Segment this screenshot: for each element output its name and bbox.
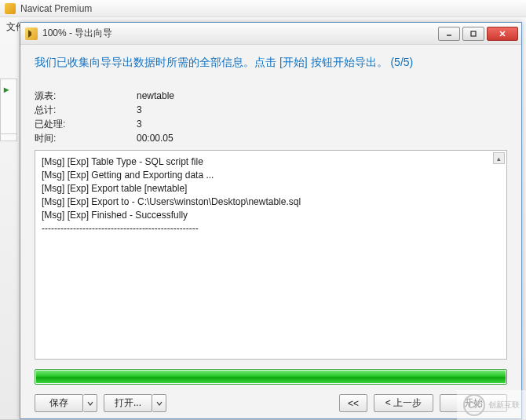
processed-value: 3 (137, 117, 142, 131)
dialog-title: 100% - 导出向导 (42, 27, 112, 40)
save-button[interactable]: 保存 (35, 394, 83, 412)
source-value: newtable (137, 89, 174, 103)
prev-button[interactable]: < 上一步 (374, 394, 433, 412)
source-label: 源表: (35, 89, 137, 103)
divider (0, 133, 17, 134)
main-window-titlebar: Navicat Premium (0, 0, 526, 17)
log-line: [Msg] [Exp] Table Type - SQL script file (42, 155, 500, 169)
export-wizard-dialog: 100% - 导出向导 我们已收集向导导出数据时所需的全部信息。点击 [开始] … (20, 22, 522, 419)
wizard-heading: 我们已收集向导导出数据时所需的全部信息。点击 [开始] 按钮开始导出。 (5/5… (35, 56, 507, 70)
total-label: 总计: (35, 103, 137, 117)
sidebar-fragment: ▸ (0, 79, 17, 141)
save-dropdown[interactable] (83, 394, 97, 412)
save-split-button[interactable]: 保存 (35, 394, 97, 412)
log-line: [Msg] [Exp] Export table [newtable] (42, 182, 500, 195)
log-line: [Msg] [Exp] Getting and Exporting data .… (42, 169, 500, 182)
stats-block: 源表: newtable 总计: 3 已处理: 3 时间: 00:00.05 (35, 89, 507, 145)
open-split-button[interactable]: 打开... (104, 394, 166, 412)
open-button[interactable]: 打开... (104, 394, 152, 412)
svg-rect-1 (471, 31, 476, 36)
progress-fill (36, 371, 506, 383)
button-row: 保存 打开... << < 上一步 开始 (35, 394, 507, 412)
main-window-title: Navicat Premium (20, 3, 92, 14)
tree-expand-icon: ▸ (1, 79, 16, 95)
first-button[interactable]: << (339, 394, 367, 412)
total-value: 3 (137, 103, 142, 117)
log-line: [Msg] [Exp] Finished - Successfully (42, 209, 500, 222)
open-dropdown[interactable] (152, 394, 166, 412)
processed-label: 已处理: (35, 117, 137, 131)
close-button[interactable] (487, 27, 518, 41)
dialog-titlebar: 100% - 导出向导 (20, 23, 521, 45)
progress-bar (35, 369, 507, 385)
time-value: 00:00.05 (137, 131, 174, 145)
export-icon (25, 27, 38, 40)
time-label: 时间: (35, 131, 137, 145)
app-icon (5, 3, 16, 14)
minimize-button[interactable] (438, 27, 460, 41)
start-button[interactable]: 开始 (440, 394, 507, 412)
maximize-button[interactable] (462, 27, 484, 41)
log-textarea[interactable]: ▴ [Msg] [Exp] Table Type - SQL script fi… (35, 150, 507, 360)
log-line: ----------------------------------------… (42, 222, 500, 236)
scroll-up-icon[interactable]: ▴ (493, 152, 505, 164)
log-line: [Msg] [Exp] Export to - C:\Users\winston… (42, 195, 500, 209)
